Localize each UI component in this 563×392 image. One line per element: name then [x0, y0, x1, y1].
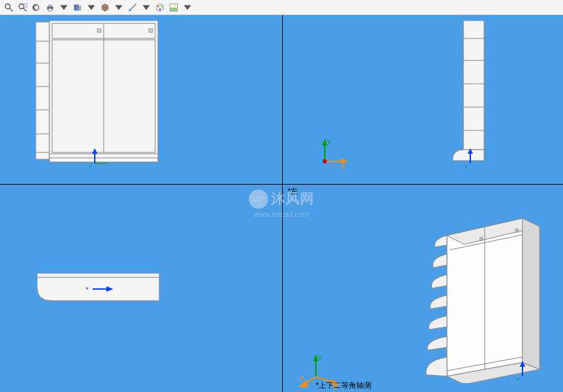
zoom-prev-icon[interactable]	[30, 1, 43, 14]
svg-rect-4	[24, 3, 27, 6]
svg-text:*: *	[465, 164, 467, 169]
origin-marker: *	[89, 148, 117, 172]
origin-marker: *	[465, 148, 485, 172]
svg-rect-10	[76, 5, 81, 10]
svg-point-12	[129, 8, 132, 11]
dropdown-icon[interactable]	[85, 1, 97, 14]
measure-icon[interactable]	[126, 1, 139, 14]
svg-marker-56	[106, 286, 113, 292]
pane-top[interactable]: *	[0, 184, 282, 392]
coord-triad-yz: Y Z	[311, 137, 352, 174]
model-iso	[406, 205, 543, 383]
axis-y-label: Y	[327, 139, 331, 146]
svg-point-14	[157, 5, 159, 7]
appearance-icon[interactable]	[154, 1, 166, 14]
svg-marker-36	[92, 148, 97, 154]
svg-rect-63	[480, 238, 483, 240]
cube-icon[interactable]	[99, 1, 111, 14]
svg-rect-18	[170, 8, 178, 11]
origin-marker: *	[86, 279, 113, 302]
svg-rect-39	[463, 21, 484, 158]
zoom-fit-icon[interactable]	[16, 1, 29, 14]
view-label-iso: *上下二等角轴测	[316, 380, 371, 391]
svg-point-2	[19, 3, 24, 8]
axis-z-label: Z	[341, 163, 345, 170]
pane-isometric[interactable]: Y X Z *	[282, 184, 563, 392]
svg-rect-8	[48, 8, 51, 11]
svg-marker-52	[468, 148, 473, 154]
dropdown-icon[interactable]	[58, 1, 70, 14]
dropdown-icon[interactable]	[181, 1, 194, 14]
scene-icon[interactable]	[168, 1, 180, 14]
model-front	[36, 21, 159, 163]
divider-vertical[interactable]	[282, 15, 283, 392]
print-icon[interactable]	[44, 1, 56, 14]
toolbar	[0, 0, 563, 15]
svg-text:*: *	[86, 286, 89, 294]
axis-z-label: Z	[300, 375, 304, 382]
svg-point-19	[174, 5, 176, 7]
model-side	[452, 21, 491, 163]
axis-y-label: Y	[318, 354, 322, 361]
view-label-left: *左	[288, 186, 298, 196]
svg-rect-7	[48, 4, 51, 7]
pane-front[interactable]: *	[0, 15, 282, 184]
zoom-area-icon[interactable]	[3, 1, 15, 14]
svg-point-15	[161, 5, 163, 7]
svg-rect-64	[516, 229, 518, 232]
origin-marker: *	[517, 361, 538, 384]
svg-line-1	[10, 8, 12, 10]
svg-line-3	[23, 8, 26, 10]
dropdown-icon[interactable]	[140, 1, 152, 14]
svg-text:*: *	[89, 164, 91, 169]
section-icon[interactable]	[71, 1, 84, 14]
pane-left[interactable]: Y Z *	[282, 15, 563, 184]
svg-point-50	[323, 159, 327, 163]
svg-rect-20	[36, 22, 49, 159]
svg-text:*: *	[517, 377, 519, 382]
svg-point-16	[159, 8, 161, 10]
svg-rect-31	[97, 29, 101, 32]
viewport: * Y	[0, 15, 563, 392]
divider-horizontal[interactable]	[0, 184, 563, 185]
svg-marker-60	[522, 218, 540, 369]
svg-rect-32	[149, 29, 152, 32]
svg-marker-74	[520, 361, 525, 367]
svg-point-0	[5, 3, 10, 8]
dropdown-icon[interactable]	[113, 1, 125, 14]
